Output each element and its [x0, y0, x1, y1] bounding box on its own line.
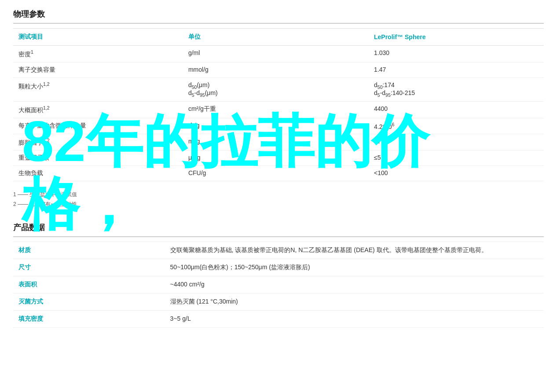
product-data-table: 材质 交联葡聚糖基质为基础, 该基质被带正电荷的N, N二乙胺基乙基基团 (DE… [13, 242, 544, 328]
physical-params-title: 物理参数 [13, 9, 544, 24]
row-unit: μg/g [183, 150, 369, 166]
table-row: 填充密度 3~5 g/L [13, 311, 544, 328]
product-data-section: 产品数据 材质 交联葡聚糖基质为基础, 该基质被带正电荷的N, N二乙胺基乙基基… [13, 222, 544, 328]
product-value: 50~100μm(白色粉末)；150~250μm (盐溶液溶胀后) [165, 259, 544, 276]
row-label: 密度1 [13, 46, 183, 62]
row-label: 颗粒大小1,2 [13, 77, 183, 102]
table-row: 离子交换容量 mmol/g 1.47 [13, 62, 544, 77]
table-row: 材质 交联葡聚糖基质为基础, 该基质被带正电荷的N, N二乙胺基乙基基团 (DE… [13, 242, 544, 259]
product-label: 表面积 [13, 276, 165, 293]
row-value: 1.030 [369, 46, 544, 62]
row-label: 每克干重约含微载体数量 [13, 118, 183, 134]
product-label: 填充密度 [13, 311, 165, 328]
row-value: d50:174 d5-d95:140-215 [369, 77, 544, 102]
physical-params-table: 测试项目 单位 LeProlif™ Sphere 密度1 g/ml 1.030 … [13, 28, 544, 181]
table-row: 颗粒大小1,2 d50(μm) d5-d95(μm) d50:174 d5-d9… [13, 77, 544, 102]
product-value: 湿热灭菌 (121 °C,30min) [165, 293, 544, 311]
table-row: 膨胀因子1,2 ml/g ~7 [13, 134, 544, 150]
row-unit: 个/g [183, 118, 369, 134]
product-value: ~4400 cm²/g [165, 276, 544, 293]
footnote-1: 1 —— 生理盐水中的测试值 [13, 190, 544, 200]
row-label: 大概面积1,2 [13, 102, 183, 118]
row-value: 1.47 [369, 62, 544, 77]
table-row: 密度1 g/ml 1.030 [13, 46, 544, 62]
row-value: 4.2*106 [369, 118, 544, 134]
row-unit: g/ml [183, 46, 369, 62]
table-row: 重金属元素 μg/g ≤5 [13, 150, 544, 166]
product-label: 灭菌方式 [13, 293, 165, 311]
footnote-2: 2 —— 批次间有一定波动性 [13, 200, 544, 209]
row-value: ≤5 [369, 150, 544, 166]
row-value: 4400 [369, 102, 544, 118]
product-label: 尺寸 [13, 259, 165, 276]
row-unit: CFU/g [183, 166, 369, 181]
table-row: 生物负载 CFU/g <100 [13, 166, 544, 181]
product-label: 材质 [13, 242, 165, 259]
physical-params-section: 物理参数 测试项目 单位 LeProlif™ Sphere 密度1 g/ml 1… [13, 9, 544, 209]
table-row: 灭菌方式 湿热灭菌 (121 °C,30min) [13, 293, 544, 311]
table-row: 表面积 ~4400 cm²/g [13, 276, 544, 293]
product-data-title: 产品数据 [13, 222, 544, 237]
col-header-test: 测试项目 [13, 29, 183, 46]
row-value: ~7 [369, 134, 544, 150]
row-label: 离子交换容量 [13, 62, 183, 77]
row-unit: mmol/g [183, 62, 369, 77]
table-row: 尺寸 50~100μm(白色粉末)；150~250μm (盐溶液溶胀后) [13, 259, 544, 276]
row-label: 膨胀因子1,2 [13, 134, 183, 150]
row-unit: cm²/g干重 [183, 102, 369, 118]
col-header-unit: 单位 [183, 29, 369, 46]
row-label: 生物负载 [13, 166, 183, 181]
table-row: 大概面积1,2 cm²/g干重 4400 [13, 102, 544, 118]
row-unit: ml/g [183, 134, 369, 150]
row-label: 重金属元素 [13, 150, 183, 166]
row-value: <100 [369, 166, 544, 181]
product-value: 交联葡聚糖基质为基础, 该基质被带正电荷的N, N二乙胺基乙基基团 (DEAE)… [165, 242, 544, 259]
col-header-product: LeProlif™ Sphere [369, 29, 544, 46]
product-value: 3~5 g/L [165, 311, 544, 328]
footnotes: 1 —— 生理盐水中的测试值 2 —— 批次间有一定波动性 [13, 190, 544, 209]
table-row: 每克干重约含微载体数量 个/g 4.2*106 [13, 118, 544, 134]
row-unit: d50(μm) d5-d95(μm) [183, 77, 369, 102]
